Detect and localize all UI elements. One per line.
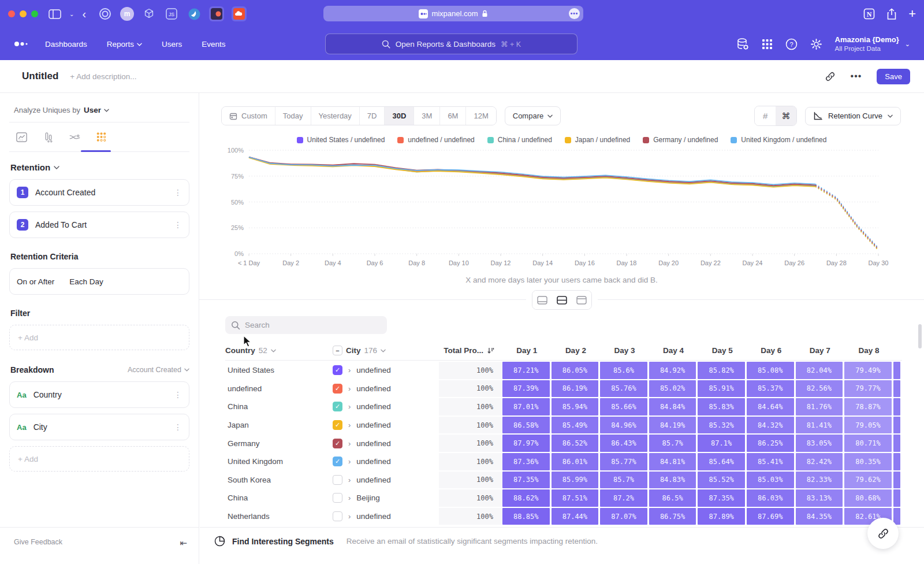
settings-gear-icon[interactable]	[810, 38, 822, 50]
retention-cell[interactable]: 82.56%	[796, 380, 843, 398]
retention-cell[interactable]: 87.89%	[698, 508, 745, 525]
day-column-header-day-7[interactable]: Day 7	[796, 346, 845, 355]
retention-cell[interactable]: 85.83%	[698, 398, 745, 415]
kebab-menu-icon[interactable]: ⋮	[174, 220, 182, 229]
retention-cell[interactable]: 86.58%	[502, 417, 550, 434]
row-checkbox[interactable]	[333, 511, 342, 521]
retention-cell[interactable]: 87.21%	[502, 362, 550, 379]
retention-cell[interactable]: 85.37%	[747, 380, 794, 398]
range-yesterday-button[interactable]: Yesterday	[311, 107, 360, 125]
retention-step-2[interactable]: 2 Added To Cart ⋮	[9, 212, 189, 238]
retention-cell[interactable]: 85.6%	[600, 362, 647, 379]
day-column-header-day-4[interactable]: Day 4	[649, 346, 698, 355]
retention-cell[interactable]: 85.7%	[600, 472, 647, 489]
range-30d-button[interactable]: 30D	[385, 107, 414, 125]
zoom-window-button[interactable]	[31, 10, 38, 17]
legend-item-united-states-undefined[interactable]: United States / undefined	[297, 136, 385, 144]
retention-cell[interactable]: 80.35%	[844, 453, 892, 470]
m-extension-icon[interactable]: m	[120, 7, 134, 21]
legend-item-japan-undefined[interactable]: Japan / undefined	[565, 136, 630, 144]
retention-cell[interactable]: 79.49%	[844, 362, 892, 379]
layout-split-button[interactable]	[552, 291, 572, 309]
range-6m-button[interactable]: 6M	[440, 107, 466, 125]
range-custom-button[interactable]: Custom	[222, 107, 275, 125]
retention-step-1[interactable]: 1 Account Created ⋮	[9, 179, 189, 206]
retention-cell[interactable]: 88.62%	[502, 489, 550, 507]
retention-cell[interactable]: 87.07%	[600, 508, 647, 525]
notion-icon[interactable]: N	[863, 8, 875, 20]
expand-row-icon[interactable]: ›	[348, 366, 351, 374]
range-3m-button[interactable]: 3M	[414, 107, 440, 125]
retention-cell[interactable]: 84.32%	[747, 417, 794, 434]
collapse-sidebar-icon[interactable]: ⇤	[180, 538, 187, 548]
expand-row-icon[interactable]: ›	[348, 439, 351, 448]
expand-row-icon[interactable]: ›	[348, 494, 351, 502]
retention-cell[interactable]: 84.19%	[649, 417, 696, 434]
retention-cell[interactable]: 84.64%	[747, 398, 794, 415]
retention-cell[interactable]: 86.5%	[649, 489, 696, 507]
retention-cell[interactable]: 85.66%	[600, 398, 647, 415]
retention-cell[interactable]: 85.76%	[600, 380, 647, 398]
day-column-header-day-5[interactable]: Day 5	[698, 346, 747, 355]
report-title[interactable]: Untitled	[22, 70, 58, 82]
data-management-icon[interactable]	[736, 38, 749, 51]
legend-item-germany-undefined[interactable]: Germany / undefined	[643, 136, 718, 144]
bird-extension-icon[interactable]	[187, 6, 202, 21]
tab-insights[interactable]	[14, 129, 29, 144]
retention-cell[interactable]: 83.13%	[796, 489, 843, 507]
global-search-button[interactable]: Open Reports & Dashboards ⌘ + K	[325, 34, 578, 54]
retention-cell[interactable]: 87.2%	[600, 489, 647, 507]
retention-cell[interactable]: 84.83%	[649, 472, 696, 489]
retention-cell[interactable]: 80.68%	[844, 489, 892, 507]
retention-section-title[interactable]: Retention	[10, 162, 189, 172]
retention-cell[interactable]: 84.35%	[796, 508, 843, 525]
expand-row-icon[interactable]: ›	[348, 421, 351, 429]
percent-toggle-button[interactable]: ⌘	[776, 106, 796, 125]
retention-cell[interactable]: 87.51%	[552, 489, 599, 507]
retention-cell[interactable]: 84.81%	[649, 453, 696, 470]
legend-item-undefined-undefined[interactable]: undefined / undefined	[397, 136, 474, 144]
mixpanel-logo[interactable]	[14, 40, 29, 47]
day-column-header-day-6[interactable]: Day 6	[747, 346, 796, 355]
row-checkbox[interactable]: ✓	[333, 384, 342, 394]
minimize-window-button[interactable]	[20, 10, 27, 17]
apps-grid-icon[interactable]	[762, 39, 773, 50]
vertical-scrollbar[interactable]	[918, 324, 922, 348]
address-bar[interactable]: mixpanel.com •••	[323, 6, 583, 21]
row-checkbox[interactable]: ✓	[333, 365, 342, 375]
expand-row-icon[interactable]: ›	[348, 476, 351, 484]
nav-link-reports[interactable]: Reports	[107, 40, 142, 49]
retention-cell[interactable]: 82.04%	[796, 362, 843, 379]
retention-cell[interactable]: 85.49%	[552, 417, 599, 434]
tab-flows[interactable]	[67, 129, 82, 144]
retention-cell[interactable]: 86.43%	[600, 435, 647, 452]
retention-cell[interactable]: 87.36%	[502, 453, 550, 470]
kebab-menu-icon[interactable]: ⋮	[174, 188, 182, 197]
retention-cell[interactable]: 78.87%	[844, 398, 892, 415]
retention-cell[interactable]: 85.32%	[698, 417, 745, 434]
add-breakdown-button[interactable]: + Add	[9, 446, 189, 472]
find-segments-link[interactable]: Find Interesting Segments	[232, 537, 334, 546]
chart-type-selector[interactable]: Retention Curve	[805, 107, 901, 125]
retention-cell[interactable]: 84.92%	[649, 362, 696, 379]
retention-cell[interactable]: 79.05%	[844, 417, 892, 434]
expand-row-icon[interactable]: ›	[348, 457, 351, 466]
layout-chart-only-button[interactable]	[532, 291, 552, 309]
soundcloud-extension-icon[interactable]	[232, 6, 247, 21]
retention-cell[interactable]: 85.7%	[649, 435, 696, 452]
retention-criteria-card[interactable]: On or After Each Day	[9, 268, 189, 295]
retention-cell[interactable]: 79.77%	[844, 380, 892, 398]
tab-group-chevron-icon[interactable]: ⌄	[69, 11, 74, 17]
breakdown-scope-selector[interactable]: Account Created	[128, 366, 189, 374]
address-more-icon[interactable]: •••	[569, 8, 580, 19]
row-checkbox[interactable]: ✓	[333, 439, 342, 448]
save-button[interactable]: Save	[877, 69, 910, 84]
table-search-input[interactable]	[245, 321, 372, 329]
day-column-header-day-3[interactable]: Day 3	[600, 346, 649, 355]
back-icon[interactable]: ‹	[82, 8, 86, 20]
copy-link-icon[interactable]	[825, 71, 836, 82]
retention-cell[interactable]: 83.05%	[796, 435, 843, 452]
retention-cell[interactable]: 85.41%	[747, 453, 794, 470]
criteria-mode[interactable]: On or After	[17, 277, 54, 286]
compare-button[interactable]: Compare	[505, 106, 561, 125]
